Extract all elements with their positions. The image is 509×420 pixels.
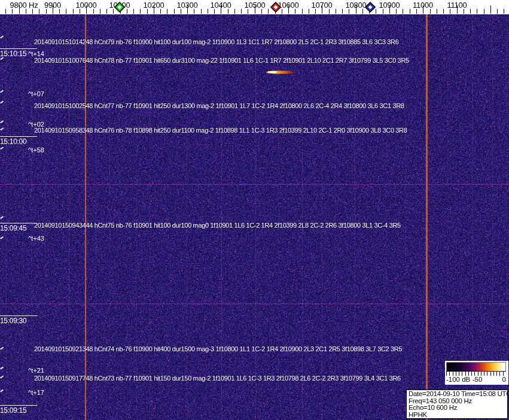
- info-echo: Echo=10 600 Hz: [409, 404, 507, 412]
- db-scale-mid-label: -50: [473, 376, 483, 383]
- marker-red-diamond[interactable]: [270, 2, 281, 13]
- info-date-time: Date=2014-09-10 Time=15:08 UTC: [409, 391, 507, 398]
- color-scale-ticks: [446, 371, 506, 376]
- spectrogram-display[interactable]: [0, 0, 509, 420]
- status-info-box: Date=2014-09-10 Time=15:08 UTC Freq=143 …: [406, 390, 508, 419]
- db-scale-min-label: -100 dB: [446, 376, 470, 383]
- color-gradient-bar: [446, 362, 506, 371]
- info-station-id: HPHK: [409, 412, 507, 419]
- db-scale-max-label: 0: [502, 376, 506, 383]
- marker-green-diamond[interactable]: [114, 2, 125, 13]
- marker-blue-diamond[interactable]: [365, 2, 376, 13]
- db-color-scale: -100 dB -50 0: [445, 361, 508, 385]
- spectrogram-app-window: 9800 Hz990010000101001020010300104001050…: [0, 0, 509, 420]
